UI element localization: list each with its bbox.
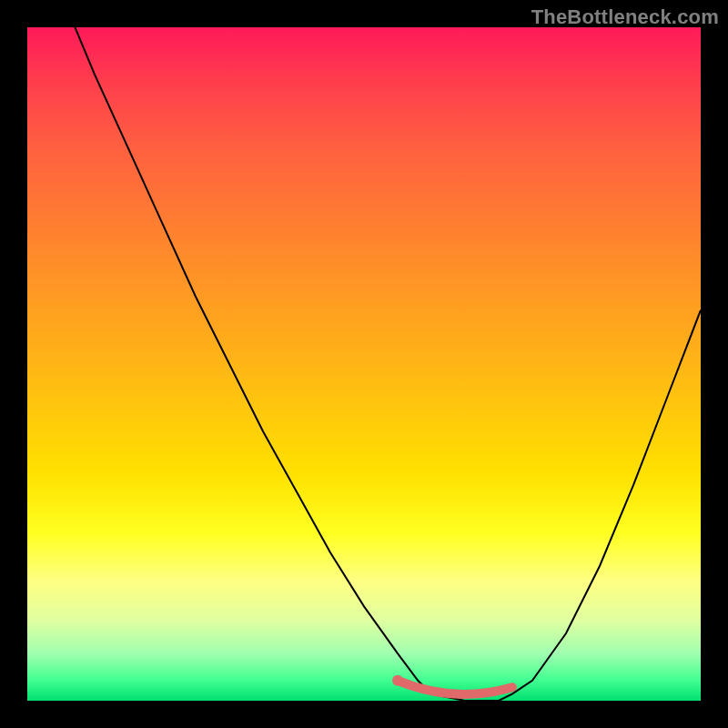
watermark-text: TheBottleneck.com — [531, 5, 719, 29]
bottleneck-curve-line — [27, 27, 701, 701]
optimal-start-marker — [392, 675, 403, 686]
bottleneck-chart — [27, 27, 701, 701]
chart-overlay — [27, 27, 701, 701]
optimal-range-highlight — [398, 681, 512, 694]
